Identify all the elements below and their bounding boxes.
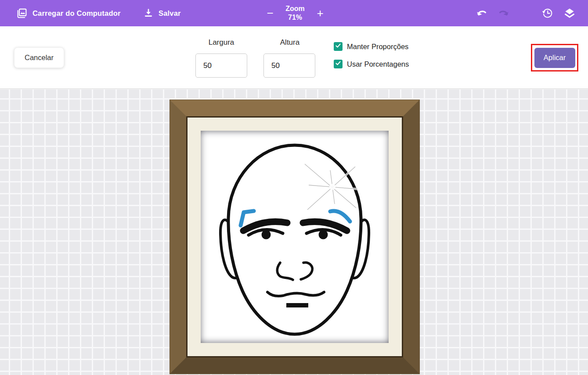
top-toolbar: Carregar do Computador Salvar − Zoom 71%…: [0, 0, 588, 26]
upload-from-computer-button[interactable]: Carregar do Computador: [16, 0, 121, 26]
plus-icon: +: [317, 7, 323, 20]
use-percentages-label: Usar Porcentagens: [347, 60, 409, 68]
apply-button-highlight-annotation: Aplicar: [531, 44, 578, 71]
height-input[interactable]: [263, 54, 315, 78]
keep-proportions-label: Manter Proporções: [347, 43, 408, 51]
checkbox-box: [334, 42, 343, 51]
checkmark-icon: [335, 43, 341, 50]
face-drawing-image: [201, 131, 389, 343]
keep-proportions-checkbox[interactable]: Manter Proporções: [334, 42, 408, 51]
picture-frame[interactable]: [170, 100, 419, 374]
picture-frame-mat: [188, 118, 402, 356]
width-field-label: Largura: [195, 38, 248, 47]
zoom-indicator: Zoom 71%: [279, 0, 311, 26]
zoom-in-button[interactable]: +: [313, 0, 328, 26]
layers-button[interactable]: [560, 0, 579, 26]
minus-icon: −: [267, 7, 273, 20]
save-label: Salvar: [159, 9, 181, 18]
use-percentages-checkbox[interactable]: Usar Porcentagens: [334, 60, 409, 68]
height-field-label: Altura: [263, 38, 316, 47]
face-drawing-svg: [201, 131, 389, 343]
redo-button[interactable]: [494, 0, 513, 26]
zoom-out-button[interactable]: −: [263, 0, 278, 26]
apply-button[interactable]: Aplicar: [534, 48, 575, 68]
photos-icon: [16, 7, 28, 19]
cancel-button[interactable]: Cancelar: [14, 47, 64, 68]
editor-canvas[interactable]: [0, 89, 588, 375]
width-input[interactable]: [195, 54, 247, 78]
checkbox-box: [334, 60, 343, 68]
save-button[interactable]: Salvar: [143, 0, 181, 26]
undo-arrow-icon: [476, 7, 488, 19]
upload-from-computer-label: Carregar do Computador: [32, 9, 121, 18]
history-button[interactable]: [538, 0, 557, 26]
zoom-value: 71%: [288, 13, 302, 22]
download-icon: [143, 8, 154, 18]
zoom-label: Zoom: [285, 4, 305, 13]
redo-arrow-icon: [498, 7, 510, 19]
history-clock-icon: [541, 7, 554, 20]
layers-icon: [563, 7, 576, 20]
undo-button[interactable]: [473, 0, 491, 26]
resize-toolbar: Cancelar Largura Altura Manter Proporçõe…: [0, 26, 588, 89]
checkmark-icon: [335, 60, 341, 68]
